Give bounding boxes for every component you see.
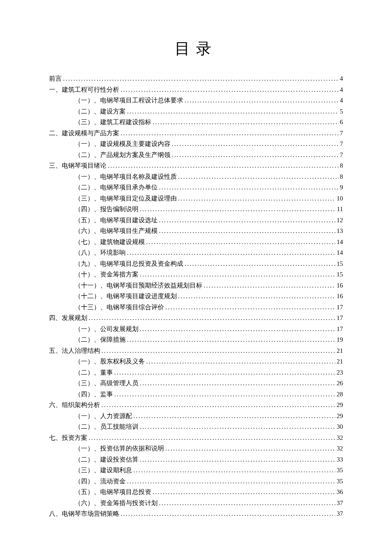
toc-leader-dots [101, 348, 335, 354]
toc-entry-page: 16 [337, 282, 343, 289]
toc-leader-dots [159, 217, 335, 224]
toc-leader-dots [121, 511, 335, 517]
toc-entry-page: 37 [337, 511, 343, 517]
toc-entry: 四、发展规划17 [49, 315, 343, 321]
toc-entry-page: 7 [340, 141, 343, 147]
toc-entry-page: 37 [337, 500, 343, 506]
toc-entry-page: 12 [337, 217, 343, 224]
toc-entry-text: 四、发展规划 [49, 315, 87, 321]
toc-entry-text: 七、投资方案 [49, 435, 87, 441]
toc-leader-dots [165, 445, 335, 452]
toc-entry: （一）、电钢琴项目名称及建设性质8 [49, 174, 343, 180]
toc-entry-text: （二）、建设方案 [75, 108, 126, 115]
toc-entry: （十）、资金筹措方案15 [49, 271, 343, 278]
toc-entry-text: （四）、监事 [75, 391, 113, 398]
toc-leader-dots [140, 271, 335, 278]
toc-entry-text: （二）、建设投资估算 [75, 456, 138, 463]
toc-leader-dots [127, 250, 335, 256]
toc-entry-page: 21 [337, 348, 343, 354]
page-title: 目录 [49, 38, 343, 59]
toc-entry: （十二）、电钢琴项目建设进度规划16 [49, 293, 343, 299]
toc-entry-text: （四）、报告编制说明 [75, 206, 138, 212]
toc-entry-page: 19 [337, 337, 343, 343]
toc-entry: （十三）、电钢琴项目综合评价17 [49, 304, 343, 311]
toc-entry-page: 14 [337, 239, 343, 245]
toc-entry: （二）、建设投资估算33 [49, 456, 343, 463]
toc-entry-page: 36 [337, 489, 343, 495]
toc-entry-text: （二）、员工技能培训 [75, 424, 138, 430]
toc-entry-text: （一）、人力资源配 [75, 413, 132, 419]
toc-leader-dots [153, 119, 339, 125]
toc-entry: （七）、建筑物建设规模14 [49, 239, 343, 245]
toc-entry-text: （一）、电钢琴项目名称及建设性质 [75, 174, 177, 180]
toc-entry: （二）、建设方案5 [49, 108, 343, 115]
toc-entry-text: （十一）、电钢琴项目预期经济效益规划目标 [75, 282, 202, 289]
toc-entry-text: （二）、保障措施 [75, 337, 126, 343]
toc-entry-text: （一）、股东权利及义务 [75, 358, 145, 365]
toc-entry-page: 7 [340, 152, 343, 158]
toc-leader-dots [178, 293, 335, 299]
toc-entry-page: 7 [340, 130, 343, 137]
toc-entry-page: 8 [340, 174, 343, 180]
toc-entry-page: 17 [337, 315, 343, 321]
toc-leader-dots [165, 304, 335, 311]
toc-entry: （四）、报告编制说明11 [49, 206, 343, 212]
toc-leader-dots [127, 478, 335, 485]
toc-leader-dots [172, 152, 339, 158]
toc-entry: 五、法人治理结构21 [49, 348, 343, 354]
toc-entry: （八）、环境影响14 [49, 250, 343, 256]
toc-entry-page: 4 [340, 87, 343, 93]
toc-leader-dots [159, 500, 335, 506]
toc-leader-dots [133, 467, 335, 474]
toc-entry: 前言4 [49, 76, 343, 82]
toc-leader-dots [184, 261, 335, 267]
toc-entry-text: （七）、建筑物建设规模 [75, 239, 145, 245]
toc-leader-dots [184, 97, 339, 104]
toc-leader-dots [159, 184, 339, 191]
toc-leader-dots [63, 76, 339, 82]
toc-entry-text: 八、电钢琴市场营销策略 [49, 511, 119, 517]
toc-entry-text: （十二）、电钢琴项目建设进度规划 [75, 293, 177, 299]
toc-entry-page: 4 [340, 97, 343, 104]
toc-entry: （六）、电钢琴项目生产规模13 [49, 228, 343, 234]
toc-leader-dots [89, 315, 335, 321]
toc-entry-page: 21 [337, 358, 343, 365]
toc-leader-dots [121, 87, 339, 93]
toc-entry-page: 4 [340, 76, 343, 82]
toc-entry: 八、电钢琴市场营销策略37 [49, 511, 343, 517]
toc-entry-page: 8 [340, 163, 343, 169]
toc-entry-page: 15 [337, 261, 343, 267]
toc-entry: 三、电钢琴项目绪论8 [49, 163, 343, 169]
toc-leader-dots [178, 174, 339, 180]
toc-entry-page: 23 [337, 369, 343, 376]
toc-entry-text: （三）、电钢琴项目定位及建设理由 [75, 195, 177, 202]
toc-entry-text: （三）、高级管理人员 [75, 380, 138, 386]
toc-leader-dots [140, 424, 335, 430]
toc-entry: （四）、监事28 [49, 391, 343, 398]
toc-entry: （一）、股东权利及义务21 [49, 358, 343, 365]
toc-entry-page: 26 [337, 380, 343, 386]
toc-entry: （三）、建筑工程建设指标6 [49, 119, 343, 125]
toc-entry-text: 前言 [49, 76, 62, 82]
toc-entry: 一、建筑工程可行性分析4 [49, 87, 343, 93]
toc-entry-page: 10 [337, 195, 343, 202]
toc-leader-dots [114, 391, 335, 398]
toc-entry: （四）、流动资金35 [49, 478, 343, 485]
toc-entry-page: 33 [337, 456, 343, 463]
toc-leader-dots [159, 228, 335, 234]
toc-entry-page: 35 [337, 467, 343, 474]
toc-entry: （五）、电钢琴项目总投资36 [49, 489, 343, 495]
table-of-contents: 前言4一、建筑工程可行性分析4（一）、电钢琴项目工程设计总体要求4（二）、建设方… [49, 76, 343, 517]
toc-entry-page: 6 [340, 119, 343, 125]
toc-leader-dots [127, 108, 339, 115]
toc-entry: （二）、董事23 [49, 369, 343, 376]
toc-entry: 六、组织架构分析29 [49, 402, 343, 408]
toc-entry: （六）、资金筹措与投资计划37 [49, 500, 343, 506]
toc-entry-text: （二）、董事 [75, 369, 113, 376]
toc-entry: （一）、电钢琴项目工程设计总体要求4 [49, 97, 343, 104]
toc-entry-page: 28 [337, 391, 343, 398]
toc-entry: （一）、人力资源配29 [49, 413, 343, 419]
toc-entry-text: 六、组织架构分析 [49, 402, 100, 408]
toc-entry-text: （一）、投资估算的依据和说明 [75, 445, 164, 452]
toc-entry-text: （一）、建设规模及主要建设内容 [75, 141, 170, 147]
